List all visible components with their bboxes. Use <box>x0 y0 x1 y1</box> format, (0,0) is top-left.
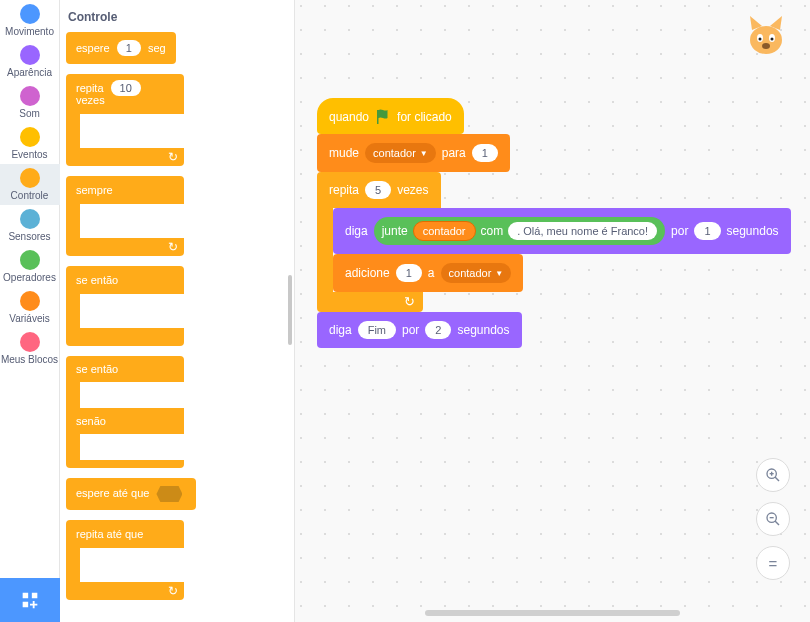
extensions-button[interactable] <box>0 578 60 622</box>
category-label: Sensores <box>8 231 50 242</box>
palette-block-waituntil[interactable]: espere até que <box>66 478 196 510</box>
block-set-variable[interactable]: mude contador▼ para 1 <box>317 134 510 172</box>
palette-block-repeat[interactable]: repita 10 vezes ↻ <box>66 74 184 166</box>
block-say-for-secs[interactable]: diga junte contador com . Olá, meu nome … <box>333 208 791 254</box>
category-label: Eventos <box>11 149 47 160</box>
extensions-icon <box>19 589 41 611</box>
value-input[interactable]: 1 <box>472 144 498 162</box>
category-rail: Movimento Aparência Som Eventos Controle… <box>0 0 60 622</box>
variable-dropdown[interactable]: contador▼ <box>441 263 512 283</box>
chevron-down-icon: ▼ <box>420 149 428 158</box>
value-input[interactable]: 1 <box>396 264 422 282</box>
category-label: Controle <box>11 190 49 201</box>
loop-arrow-icon: ↻ <box>168 584 178 598</box>
palette-scrollbar[interactable] <box>288 275 292 345</box>
block-palette: Controle espere 1 seg repita 10 vezes ↻ … <box>60 0 295 622</box>
block-repeat[interactable]: repita 5 vezes diga junte contador com .… <box>317 172 791 312</box>
palette-heading: Controle <box>68 10 288 24</box>
category-label: Som <box>19 108 40 119</box>
recenter-button[interactable]: = <box>756 546 790 580</box>
category-label: Movimento <box>5 26 54 37</box>
category-sound[interactable]: Som <box>0 82 60 123</box>
text-input[interactable]: Fim <box>358 321 396 339</box>
workspace[interactable]: quando for clicado mude contador▼ para 1… <box>295 0 810 622</box>
text-input[interactable]: . Olá, meu nome é Franco! <box>508 222 657 240</box>
category-variables[interactable]: Variáveis <box>0 287 60 328</box>
block-say-for-secs[interactable]: diga Fim por 2 segundos <box>317 312 522 348</box>
category-events[interactable]: Eventos <box>0 123 60 164</box>
palette-block-repeatuntil[interactable]: repita até que ↻ <box>66 520 184 600</box>
green-flag-icon <box>375 109 391 125</box>
svg-point-3 <box>759 38 762 41</box>
script-stack[interactable]: quando for clicado mude contador▼ para 1… <box>317 98 791 348</box>
category-sensing[interactable]: Sensores <box>0 205 60 246</box>
loop-arrow-icon: ↻ <box>404 294 415 309</box>
category-looks[interactable]: Aparência <box>0 41 60 82</box>
workspace-controls: = <box>756 458 790 580</box>
zoom-out-button[interactable] <box>756 502 790 536</box>
category-operators[interactable]: Operadores <box>0 246 60 287</box>
loop-arrow-icon: ↻ <box>168 240 178 254</box>
seconds-input[interactable]: 2 <box>425 321 451 339</box>
category-motion[interactable]: Movimento <box>0 0 60 41</box>
repeat-count-input[interactable]: 5 <box>365 181 391 199</box>
block-change-variable[interactable]: adicione 1 a contador▼ <box>333 254 523 292</box>
category-label: Operadores <box>3 272 56 283</box>
seconds-input[interactable]: 1 <box>694 222 720 240</box>
zoom-in-icon <box>765 467 781 483</box>
svg-point-0 <box>750 26 782 54</box>
category-control[interactable]: Controle <box>0 164 60 205</box>
boolean-slot[interactable] <box>156 486 182 502</box>
category-label: Meus Blocos <box>1 354 58 365</box>
workspace-h-scrollbar[interactable] <box>425 610 680 616</box>
repeat-arg[interactable]: 10 <box>111 80 141 96</box>
chevron-down-icon: ▼ <box>495 269 503 278</box>
category-myblocks[interactable]: Meus Blocos <box>0 328 60 369</box>
palette-block-forever[interactable]: sempre ↻ <box>66 176 184 256</box>
zoom-in-button[interactable] <box>756 458 790 492</box>
svg-point-4 <box>771 38 774 41</box>
variable-reporter[interactable]: contador <box>413 221 476 241</box>
svg-point-5 <box>762 43 770 49</box>
sprite-watermark <box>742 12 790 60</box>
block-when-flag-clicked[interactable]: quando for clicado <box>317 98 464 134</box>
palette-block-ifelse[interactable]: se então senão <box>66 356 184 468</box>
svg-line-7 <box>775 477 779 481</box>
category-label: Variáveis <box>9 313 49 324</box>
palette-block-if[interactable]: se então <box>66 266 184 346</box>
variable-dropdown[interactable]: contador▼ <box>365 143 436 163</box>
svg-line-11 <box>775 521 779 525</box>
recenter-icon: = <box>769 555 778 572</box>
category-label: Aparência <box>7 67 52 78</box>
cat-icon <box>742 12 790 60</box>
palette-block-wait[interactable]: espere 1 seg <box>66 32 176 64</box>
zoom-out-icon <box>765 511 781 527</box>
wait-arg[interactable]: 1 <box>117 40 141 56</box>
loop-arrow-icon: ↻ <box>168 150 178 164</box>
operator-join[interactable]: junte contador com . Olá, meu nome é Fra… <box>374 217 665 245</box>
